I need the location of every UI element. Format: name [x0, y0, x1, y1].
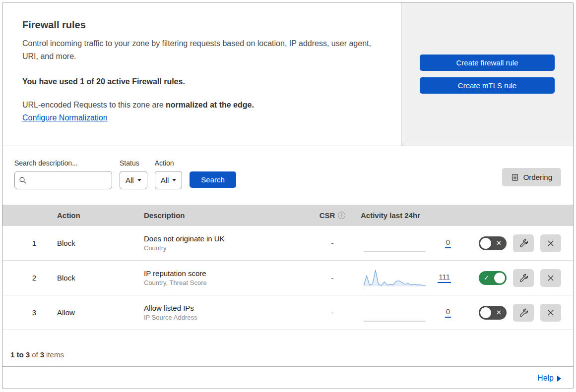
help-link-label: Help — [537, 374, 554, 383]
action-field: Action All — [155, 159, 183, 189]
search-input-field[interactable] — [30, 176, 108, 184]
header-actions-panel: Create firewall rule Create mTLS rule — [401, 2, 573, 146]
rule-action: Block — [47, 274, 134, 282]
toggle-knob — [494, 273, 505, 283]
search-icon — [19, 176, 27, 184]
rule-controls: ✕ ✓ — [479, 269, 573, 287]
page-description: Control incoming traffic to your zone by… — [22, 37, 381, 63]
edit-rule-button[interactable] — [513, 304, 534, 322]
rule-activity-cell: 111 — [360, 269, 479, 287]
delete-rule-button[interactable] — [540, 234, 561, 252]
ordering-button[interactable]: Ordering — [502, 168, 561, 186]
normalization-note-text: URL-encoded Requests to this zone are — [22, 101, 166, 109]
status-select-value: All — [126, 176, 134, 184]
status-select[interactable]: All — [120, 171, 147, 189]
pagination-total: 3 — [40, 350, 44, 359]
arrow-right-icon — [557, 376, 561, 382]
description-column-header: Description — [134, 211, 305, 220]
rule-csr: - — [305, 308, 360, 317]
search-field: Search description... — [14, 159, 112, 189]
pagination-of: of — [32, 350, 38, 359]
status-field: Status All — [120, 159, 147, 189]
usage-summary: You have used 1 of 20 active Firewall ru… — [22, 77, 381, 86]
table-row: 1 Block Does not originate in UK Country… — [2, 226, 573, 261]
rule-fields: Country, Threat Score — [144, 279, 305, 286]
help-link[interactable]: Help — [537, 374, 561, 383]
activity-count-link[interactable]: 111 — [438, 273, 451, 283]
rule-activity-cell: 0 — [360, 234, 479, 253]
rule-description-cell: IP reputation score Country, Threat Scor… — [134, 269, 305, 286]
activity-sparkline — [364, 303, 426, 322]
rule-controls: ✕ ✓ — [479, 234, 573, 252]
rule-enabled-toggle[interactable]: ✕ ✓ — [479, 271, 507, 285]
activity-count-link[interactable]: 0 — [445, 307, 451, 318]
toggle-knob — [480, 238, 491, 249]
toggle-knob — [480, 307, 491, 318]
rule-priority: 2 — [2, 274, 47, 282]
table-row: 3 Allow Allow listed IPs IP Source Addre… — [2, 295, 573, 330]
delete-rule-button[interactable] — [540, 269, 561, 287]
header-text-panel: Firewall rules Control incoming traffic … — [2, 2, 401, 146]
close-icon — [547, 309, 555, 317]
rule-description: IP reputation score — [144, 269, 305, 278]
activity-count-link[interactable]: 0 — [445, 238, 451, 248]
rule-description: Allow listed IPs — [144, 304, 305, 312]
edit-rule-button[interactable] — [513, 269, 534, 287]
rule-enabled-toggle[interactable]: ✕ ✓ — [479, 306, 507, 320]
normalization-note-bold: normalized at the edge. — [166, 101, 254, 109]
rule-description: Does not originate in UK — [144, 234, 305, 243]
page-title: Firewall rules — [22, 19, 381, 31]
action-select-value: All — [161, 176, 169, 184]
delete-rule-button[interactable] — [540, 304, 561, 322]
toggle-off-icon: ✕ — [496, 309, 502, 316]
info-icon[interactable]: i — [338, 212, 345, 219]
rule-csr: - — [305, 274, 360, 282]
rule-description-cell: Does not originate in UK Country — [134, 234, 305, 252]
filter-bar: Search description... Status All Action … — [2, 146, 573, 205]
close-icon — [547, 274, 555, 282]
rule-action: Allow — [47, 308, 134, 317]
firewall-rules-page: Firewall rules Control incoming traffic … — [2, 2, 574, 389]
pagination-range: 1 to 3 — [10, 350, 30, 359]
activity-column-header: Activity last 24hr — [360, 211, 479, 220]
help-bar: Help — [2, 367, 573, 389]
edit-rule-button[interactable] — [513, 234, 534, 252]
rule-priority: 1 — [2, 239, 47, 247]
configure-normalization-link[interactable]: Configure Normalization — [22, 113, 108, 122]
wrench-icon — [519, 274, 528, 282]
ordering-list-icon — [511, 173, 519, 181]
table-row: 2 Block IP reputation score Country, Thr… — [2, 261, 573, 295]
close-icon — [547, 239, 555, 247]
chevron-down-icon — [172, 179, 176, 181]
csr-column-header: CSR i — [305, 211, 360, 220]
rule-controls: ✕ ✓ — [479, 304, 573, 322]
pagination-items-label: items — [46, 350, 64, 359]
search-button[interactable]: Search — [190, 171, 236, 188]
page-header: Firewall rules Control incoming traffic … — [2, 2, 573, 146]
toggle-off-icon: ✕ — [496, 239, 502, 247]
rule-priority: 3 — [2, 308, 47, 317]
pagination: 1 to 3 of 3 items — [2, 330, 573, 367]
action-select[interactable]: All — [155, 171, 183, 189]
ordering-button-label: Ordering — [523, 173, 552, 181]
activity-sparkline — [364, 269, 426, 287]
toggle-on-icon: ✓ — [484, 274, 489, 281]
rule-action: Block — [47, 239, 134, 247]
chevron-down-icon — [137, 179, 141, 181]
normalization-note: URL-encoded Requests to this zone are no… — [22, 101, 381, 110]
search-input[interactable] — [14, 171, 112, 189]
wrench-icon — [519, 308, 528, 317]
create-firewall-rule-button[interactable]: Create firewall rule — [420, 55, 555, 71]
table-header: Action Description CSR i Activity last 2… — [2, 205, 573, 226]
action-column-header: Action — [47, 211, 134, 220]
wrench-icon — [519, 239, 528, 247]
action-label: Action — [155, 159, 183, 167]
activity-sparkline — [364, 234, 426, 253]
rule-activity-cell: 0 — [360, 303, 479, 322]
csr-column-label: CSR — [320, 211, 335, 220]
rule-enabled-toggle[interactable]: ✕ ✓ — [479, 236, 507, 250]
status-label: Status — [120, 159, 147, 167]
rule-csr: - — [305, 239, 360, 247]
search-label: Search description... — [14, 159, 112, 167]
create-mtls-rule-button[interactable]: Create mTLS rule — [420, 77, 555, 94]
